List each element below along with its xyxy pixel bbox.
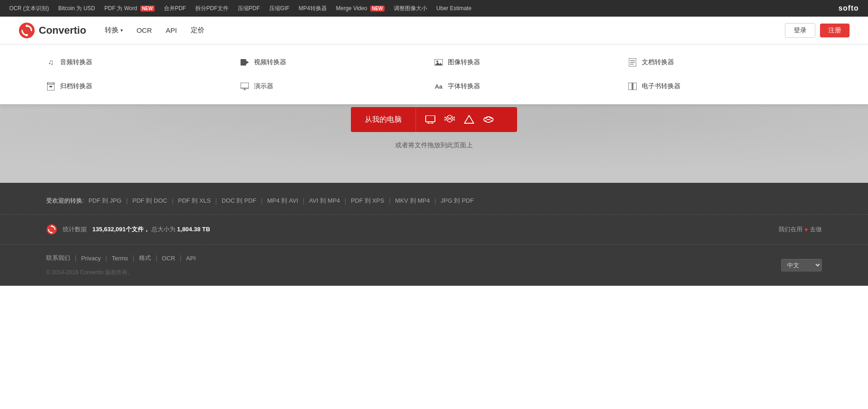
drive-icon	[464, 115, 474, 124]
topbar-link-merge-pdf[interactable]: 合并PDF	[164, 5, 186, 12]
topbar-link-uber[interactable]: Uber Estimate	[436, 5, 471, 12]
svg-rect-13	[49, 86, 52, 87]
footer-link-terms[interactable]: Terms	[112, 255, 128, 262]
header-right: 登录 注册	[785, 23, 850, 38]
language-select[interactable]: 中文 English 日本語 한국어 Español Français Deut…	[781, 259, 822, 271]
dropbox-icon	[445, 115, 455, 124]
upload-drive-button[interactable]	[459, 107, 479, 132]
topbar-link-merge-video[interactable]: Merge Video NEW	[336, 5, 385, 12]
font-icon: Aa	[434, 82, 443, 91]
top-bar-brand: softo	[838, 4, 859, 12]
nav-pricing[interactable]: 定价	[191, 26, 205, 35]
svg-marker-23	[447, 115, 452, 122]
footer-popular: 受欢迎的转换: PDF 到 JPG | PDF 到 DOC | PDF 到 XL…	[0, 197, 868, 215]
upload-bar: 从我的电脑	[351, 107, 517, 132]
logo[interactable]: Convertio	[18, 22, 86, 39]
topbar-link-resize-image[interactable]: 调整图像大小	[394, 5, 427, 12]
footer-link-jpg-pdf[interactable]: JPG 到 PDF	[441, 197, 474, 205]
svg-rect-14	[241, 83, 249, 88]
nav-ocr[interactable]: OCR	[137, 26, 152, 34]
dropdown-audio[interactable]: ♫ 音频转换器	[46, 54, 240, 71]
svg-marker-24	[445, 117, 447, 120]
svg-rect-17	[628, 83, 632, 90]
dropdown-font[interactable]: Aa 字体转换器	[434, 78, 628, 95]
presentation-icon	[240, 82, 249, 91]
svg-marker-26	[464, 115, 474, 123]
login-button[interactable]: 登录	[785, 23, 815, 38]
svg-marker-4	[246, 60, 249, 64]
badge-new-merge-video: NEW	[370, 6, 385, 12]
svg-rect-18	[633, 83, 637, 90]
footer-stats-left: 统计数据 135,632,091个文件， 总大小为 1,804.38 TB	[46, 224, 210, 235]
music-icon: ♫	[46, 58, 55, 67]
dropdown-video[interactable]: 视频转换器	[240, 54, 434, 71]
footer-popular-label: 受欢迎的转换:	[46, 197, 84, 205]
footer-link-contact[interactable]: 联系我们	[46, 254, 70, 262]
document-icon	[628, 58, 637, 67]
svg-marker-25	[452, 117, 455, 120]
upload-from-computer-button[interactable]: 从我的电脑	[351, 107, 416, 132]
svg-marker-7	[435, 62, 442, 65]
video-icon	[240, 58, 249, 67]
footer-copyright: © 2014-2018 Convertio 版权所有。	[46, 269, 196, 277]
svg-point-30	[51, 232, 53, 234]
footer-link-mkv-mp4[interactable]: MKV 到 MP4	[395, 197, 430, 205]
footer-link-formats[interactable]: 格式	[139, 254, 151, 262]
footer-bottom-links: 联系我们 | Privacy | Terms | 格式 | OCR | API	[46, 254, 196, 262]
footer-link-privacy[interactable]: Privacy	[81, 255, 101, 262]
footer-lang-wrapper: 中文 English 日本語 한국어 Español Français Deut…	[781, 259, 822, 271]
topbar-link-compress-gif[interactable]: 压缩GIF	[269, 5, 289, 12]
footer-stats: 统计数据 135,632,091个文件， 总大小为 1,804.38 TB 我们…	[0, 215, 868, 245]
upload-dropbox-button[interactable]	[440, 107, 459, 132]
topbar-link-mp4[interactable]: MP4转换器	[299, 5, 327, 12]
logo-icon	[18, 22, 35, 39]
upload-icons	[416, 107, 503, 132]
topbar-link-pdf-word[interactable]: PDF 为 Word NEW	[104, 5, 155, 12]
footer-link-doc-pdf[interactable]: DOC 到 PDF	[222, 197, 256, 205]
upload-monitor-button[interactable]	[421, 107, 440, 132]
footer-stats-text: 统计数据	[63, 225, 87, 234]
topbar-link-compress-pdf[interactable]: 压缩PDF	[238, 5, 260, 12]
footer-link-mp4-avi[interactable]: MP4 到 AVI	[267, 197, 298, 205]
topbar-link-ocr[interactable]: OCR (文本识别)	[9, 5, 49, 12]
dropdown-image[interactable]: 图像转换器	[434, 54, 628, 71]
ebook-icon	[628, 82, 637, 91]
footer-link-avi-mp4[interactable]: AVI 到 MP4	[309, 197, 340, 205]
top-bar: OCR (文本识别) Bitcoin 为 USD PDF 为 Word NEW …	[0, 0, 868, 17]
footer-stats-right: 我们在用 ♥ 去做	[778, 225, 822, 234]
top-bar-links: OCR (文本识别) Bitcoin 为 USD PDF 为 Word NEW …	[9, 5, 471, 12]
dropdown-ebook[interactable]: 电子书转换器	[628, 78, 822, 95]
logo-text: Convertio	[39, 24, 86, 36]
footer-bottom-col: 联系我们 | Privacy | Terms | 格式 | OCR | API …	[46, 254, 196, 277]
nav-api[interactable]: API	[166, 26, 177, 34]
topbar-link-bitcoin[interactable]: Bitcoin 为 USD	[58, 5, 95, 12]
register-button[interactable]: 注册	[820, 24, 850, 37]
main-nav: 转换 ▾ OCR API 定价	[105, 26, 205, 35]
upload-link-button[interactable]	[479, 107, 498, 132]
svg-point-1	[26, 24, 28, 27]
header: Convertio 转换 ▾ OCR API 定价 登录 注册 ♫ 音频转换器 …	[0, 17, 868, 44]
footer: 受欢迎的转换: PDF 到 JPG | PDF 到 DOC | PDF 到 XL…	[0, 183, 868, 286]
svg-rect-3	[241, 59, 246, 66]
footer-link-api[interactable]: API	[186, 255, 196, 262]
svg-point-2	[26, 34, 28, 36]
footer-bottom: 联系我们 | Privacy | Terms | 格式 | OCR | API …	[0, 245, 868, 286]
footer-link-pdf-jpg[interactable]: PDF 到 JPG	[89, 197, 122, 205]
dropdown-menu: ♫ 音频转换器 视频转换器 图像转换器 文档转换器 归档转换器	[0, 44, 868, 104]
nav-convert[interactable]: 转换 ▾	[105, 26, 123, 35]
svg-point-6	[436, 60, 438, 62]
topbar-link-split-pdf[interactable]: 拆分PDF文件	[195, 5, 229, 12]
footer-link-pdf-xps[interactable]: PDF 到 XPS	[351, 197, 384, 205]
footer-link-pdf-xls[interactable]: PDF 到 XLS	[178, 197, 211, 205]
image-icon	[434, 58, 443, 67]
dropdown-document[interactable]: 文档转换器	[628, 54, 822, 71]
dropdown-archive[interactable]: 归档转换器	[46, 78, 240, 95]
footer-stats-files: 135,632,091个文件， 总大小为 1,804.38 TB	[92, 225, 210, 234]
footer-link-pdf-doc[interactable]: PDF 到 DOC	[133, 197, 167, 205]
svg-rect-19	[426, 115, 435, 122]
archive-icon	[46, 82, 55, 91]
dropdown-presentation[interactable]: 演示器	[240, 78, 434, 95]
heart-icon: ♥	[804, 226, 808, 233]
hero-drop-text: 或者将文件拖放到此页面上	[395, 141, 473, 150]
footer-link-ocr[interactable]: OCR	[162, 255, 175, 262]
